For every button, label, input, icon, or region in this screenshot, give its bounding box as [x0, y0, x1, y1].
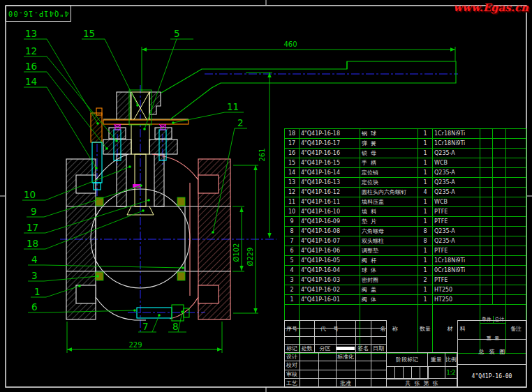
cell-material: HT250 — [433, 285, 480, 295]
cell-name: 密封圈 — [360, 276, 418, 285]
cell-no: 16 — [285, 149, 300, 158]
cell-no: 1 — [285, 295, 300, 305]
cell-material: 1Cr18Ni9Ti — [433, 256, 480, 266]
callout-7: 7 — [142, 321, 149, 332]
cell-name: 圆柱头内六角螺钉 — [360, 188, 418, 197]
cell-no: 5 — [285, 256, 300, 266]
cell-name: 阀 体 — [360, 295, 418, 305]
cell-no: 8 — [285, 227, 300, 236]
cell-no: 11 — [285, 197, 300, 207]
cell-name: 调整垫 — [360, 246, 418, 256]
title-block: 标记 处数 分区 签名 日期 设计 标准化 校对 审核 工艺 批准 阶段标记 重… — [284, 320, 526, 388]
label-stage: 阶段标记 — [386, 352, 428, 367]
table-row: 124"Q41P-16-12圆柱头内六角螺钉4Q235-A — [285, 188, 526, 197]
cell-no: 12 — [285, 188, 300, 197]
cell-qty: 1 — [418, 256, 433, 266]
table-row: 104"Q41P-16-10填 料1PTFE — [285, 207, 526, 217]
cell-code: 4"Q41P-16-02 — [300, 285, 360, 295]
scale-value: 1:2 — [445, 366, 457, 379]
drawing-number: 4"Q41P-16-00 — [457, 364, 526, 388]
callout-4: 4 — [31, 254, 38, 265]
label-weight: 重量 — [427, 352, 445, 367]
cell-material: PTFE — [433, 276, 480, 285]
cell-qty: 1 — [418, 168, 433, 178]
cell-code: 4"Q41P-16-06 — [300, 246, 360, 256]
cell-code: 4"Q41P-16-08 — [300, 227, 360, 236]
signature-grid: 设计 标准化 校对 审核 工艺 批准 — [284, 352, 386, 387]
cell-name: 双头螺柱 — [360, 236, 418, 246]
cell-qty: 1 — [418, 207, 433, 217]
cell-no: 15 — [285, 158, 300, 168]
table-row: 134"Q41P-16-13定位块1Q235-A — [285, 178, 526, 188]
cell-code: 4"Q41P-16-10 — [300, 207, 360, 217]
cell-code: 4"Q41P-16-07 — [300, 236, 360, 246]
cell-code: 4"Q41P-16-18 — [300, 129, 360, 139]
label-check: 校对 — [284, 361, 300, 370]
cell-no: 4 — [285, 266, 300, 276]
cell-qty: 4 — [418, 188, 433, 197]
dim-flange-dia: Ø229 — [246, 248, 254, 266]
cell-name: 球 体 — [360, 266, 418, 276]
callout-8: 8 — [172, 321, 179, 332]
cell-material: 1Cr18Ni9Ti — [433, 129, 480, 139]
cell-code: 4"Q41P-16-16 — [300, 149, 360, 158]
gland-plate — [91, 108, 189, 142]
cell-qty: 2 — [418, 276, 433, 285]
cell-material: PTFE — [433, 217, 480, 227]
dim-stem-height: 261 — [258, 148, 266, 161]
callout-6: 6 — [31, 301, 38, 312]
corner-drawing-number-box: 4"Q41P-16-00 — [6, 6, 71, 22]
table-row: 154"Q41P-16-15手 柄1WCB — [285, 158, 526, 168]
sheet-count: 共 张 第 张 — [386, 378, 457, 388]
cell-material: Q235-A — [433, 168, 480, 178]
cell-qty: 1 — [418, 139, 433, 149]
cell-code: 4"Q41P-16-03 — [300, 276, 360, 285]
callout-3: 3 — [31, 270, 38, 281]
cell-code: 4"Q41P-16-01 — [300, 295, 360, 305]
cell-qty: 1 — [418, 295, 433, 305]
cell-name: 填 料 — [360, 207, 418, 217]
cell-name: 阀 杆 — [360, 256, 418, 266]
cell-code: 4"Q41P-16-11 — [300, 197, 360, 207]
cell-material: 1Cr18Ni9Ti — [433, 139, 480, 149]
table-row: 184"Q41P-16-18钢 球11Cr18Ni9Ti — [285, 129, 526, 139]
table-row: 74"Q41P-16-07双头螺柱8Q235-A — [285, 236, 526, 246]
cell-qty: 1 — [418, 129, 433, 139]
cell-name: 垫 片 — [360, 217, 418, 227]
cell-material: Q235-A — [433, 236, 480, 246]
cell-name: 定位块 — [360, 178, 418, 188]
cell-material: Q235-A — [433, 188, 480, 197]
cell-name: 手 柄 — [360, 158, 418, 168]
cell-code: 4"Q41P-16-13 — [300, 178, 360, 188]
cell-material: Q235-A — [433, 178, 480, 188]
dim-handle-length: 460 — [283, 40, 297, 48]
table-row: 44"Q41P-16-04球 体10Cr18Ni9Ti — [285, 266, 526, 276]
callout-9: 9 — [31, 206, 37, 217]
cell-name: 六角螺母 — [360, 227, 418, 236]
callout-5: 5 — [174, 28, 180, 39]
cell-no: 10 — [285, 207, 300, 217]
cell-no: 9 — [285, 217, 300, 227]
table-row: 174"Q41P-16-17弹 簧11Cr18Ni9Ti — [285, 139, 526, 149]
cell-no: 17 — [285, 139, 300, 149]
callout-10: 10 — [24, 189, 36, 200]
callout-18: 18 — [27, 238, 38, 249]
callout-15: 15 — [83, 28, 95, 39]
cell-no: 18 — [285, 129, 300, 139]
callout-14: 14 — [25, 76, 37, 87]
cell-qty: 8 — [418, 236, 433, 246]
label-audit: 审核 — [284, 370, 300, 379]
table-row: 64"Q41P-16-06调整垫1PTFE — [285, 246, 526, 256]
cell-qty: 1 — [418, 197, 433, 207]
drawing-title: 总装图 — [457, 339, 526, 365]
cell-qty: 1 — [418, 149, 433, 158]
cell-qty: 8 — [418, 227, 433, 236]
cell-qty: 1 — [418, 285, 433, 295]
cell-material: Q235-A — [433, 227, 480, 236]
cell-material: HT250 — [433, 295, 480, 305]
label-craft: 工艺 — [284, 378, 300, 388]
callout-13: 13 — [25, 28, 37, 39]
label-approve: 批准 — [336, 378, 356, 388]
label-design: 设计 — [284, 352, 300, 362]
cell-name: 填料压盖 — [360, 197, 418, 207]
